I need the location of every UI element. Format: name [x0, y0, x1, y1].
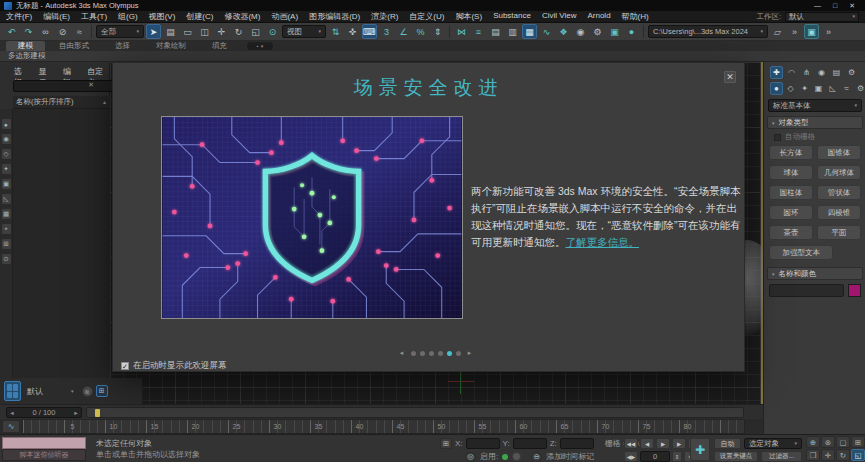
- ribbon-tab-modeling[interactable]: 建模: [6, 41, 45, 51]
- add-time-tag-label[interactable]: 添加时间标记: [546, 451, 594, 462]
- toggle-ribbon-icon[interactable]: ▦: [522, 24, 537, 39]
- create-space-warps-icon[interactable]: ≈: [840, 82, 853, 95]
- save-scene-icon[interactable]: ▣: [804, 24, 819, 39]
- mirror-icon[interactable]: ⋈: [454, 24, 469, 39]
- zoom-extents-icon[interactable]: ▢: [836, 436, 850, 448]
- redo-icon[interactable]: ↷: [21, 24, 36, 39]
- torus-button[interactable]: 圆环: [769, 205, 813, 220]
- select-and-place-icon[interactable]: ⊙: [265, 24, 280, 39]
- rectangular-selection-region-icon[interactable]: ▭: [180, 24, 195, 39]
- use-pivot-point-center-icon[interactable]: ⇅: [328, 24, 343, 39]
- create-shapes-icon[interactable]: ◇: [784, 82, 797, 95]
- menu-help[interactable]: 帮助(H): [622, 11, 649, 22]
- menu-animation[interactable]: 动画(A): [271, 11, 298, 22]
- window-crossing-icon[interactable]: ◫: [197, 24, 212, 39]
- zoom-all-icon[interactable]: ⊛: [821, 436, 835, 448]
- pan-view-icon[interactable]: ✛: [821, 449, 835, 461]
- select-and-move-icon[interactable]: ✛: [214, 24, 229, 39]
- menu-edit[interactable]: 编辑(E): [43, 11, 70, 22]
- tab-create-icon[interactable]: ✚: [770, 66, 783, 79]
- filter-cameras-icon[interactable]: ▣: [1, 178, 12, 190]
- macro-recorder-line[interactable]: [2, 437, 86, 449]
- object-color-swatch[interactable]: [848, 284, 861, 297]
- filter-xrefs-icon[interactable]: ⊙: [1, 253, 12, 265]
- next-frame-icon[interactable]: ▶: [672, 438, 686, 449]
- workspace-selector[interactable]: 工作区: 默认▾: [756, 12, 859, 22]
- absolute-mode-toggle-icon[interactable]: ⊞: [440, 438, 452, 449]
- asset-library-icon[interactable]: ▱: [770, 24, 785, 39]
- ribbon-tab-object-paint[interactable]: 对象绘制: [144, 41, 198, 51]
- cone-button[interactable]: 圆锥体: [817, 145, 861, 160]
- geosphere-button[interactable]: 几何球体: [817, 165, 861, 180]
- menu-create[interactable]: 创建(C): [186, 11, 213, 22]
- curve-editor-icon[interactable]: ∿: [539, 24, 554, 39]
- filter-shapes-icon[interactable]: ◇: [1, 148, 12, 160]
- previous-frame-arrow-icon[interactable]: ◄: [7, 410, 17, 416]
- menu-file[interactable]: 文件(F): [6, 11, 32, 22]
- mini-curve-editor-button[interactable]: ∿: [2, 420, 20, 433]
- pager-dot-3[interactable]: [429, 351, 434, 356]
- close-button[interactable]: ✕: [849, 2, 855, 10]
- previous-frame-icon[interactable]: ◀: [640, 438, 654, 449]
- align-icon[interactable]: ≡: [471, 24, 486, 39]
- menu-civil-view[interactable]: Civil View: [542, 11, 577, 22]
- tab-modify-icon[interactable]: ◠: [785, 66, 798, 79]
- layers-cylinder-icon[interactable]: ≋: [82, 386, 93, 397]
- create-lights-icon[interactable]: ✦: [798, 82, 811, 95]
- set-key-button[interactable]: 设置关键点: [714, 451, 758, 462]
- menu-group[interactable]: 组(G): [118, 11, 138, 22]
- tab-hierarchy-icon[interactable]: ⋔: [800, 66, 813, 79]
- pager-dot-1[interactable]: [411, 351, 416, 356]
- filter-display-all-icon[interactable]: ●: [1, 118, 12, 130]
- percent-snap-icon[interactable]: %: [413, 24, 428, 39]
- schematic-view-icon[interactable]: ❖: [556, 24, 571, 39]
- reference-coordinate-dropdown[interactable]: 视图▾: [282, 25, 326, 38]
- layout-preset-label[interactable]: 默认: [27, 386, 43, 397]
- spinner-snap-icon[interactable]: ⇕: [430, 24, 445, 39]
- angle-snap-icon[interactable]: ∠: [396, 24, 411, 39]
- menu-tools[interactable]: 工具(T): [81, 11, 107, 22]
- menu-views[interactable]: 视图(V): [149, 11, 176, 22]
- box-button[interactable]: 长方体: [769, 145, 813, 160]
- pager-dot-6[interactable]: [456, 351, 461, 356]
- bind-to-space-warp-icon[interactable]: ≈: [72, 24, 87, 39]
- tab-motion-icon[interactable]: ◉: [815, 66, 828, 79]
- pager-dot-2[interactable]: [420, 351, 425, 356]
- tab-utilities-icon[interactable]: ⚙: [845, 66, 858, 79]
- select-and-scale-icon[interactable]: ◱: [248, 24, 263, 39]
- undo-icon[interactable]: ↶: [4, 24, 19, 39]
- chevron-down-icon[interactable]: ▾: [71, 389, 74, 394]
- create-cameras-icon[interactable]: ▣: [812, 82, 825, 95]
- render-setup-icon[interactable]: ⚙: [590, 24, 605, 39]
- menu-substance[interactable]: Substance: [493, 11, 531, 22]
- object-name-field[interactable]: [769, 284, 844, 297]
- current-frame-field[interactable]: 0: [640, 451, 670, 462]
- offset-mode-icon[interactable]: ◎: [465, 452, 476, 462]
- select-and-manipulate-icon[interactable]: ✜: [345, 24, 360, 39]
- create-systems-icon[interactable]: ⚙: [854, 82, 865, 95]
- zoom-extents-all-icon[interactable]: ⊞: [851, 436, 865, 448]
- select-object-icon[interactable]: ➤: [146, 24, 161, 39]
- filter-bones-icon[interactable]: ⌖: [1, 223, 12, 235]
- ribbon-section-label[interactable]: 多边形建模: [8, 51, 46, 61]
- project-folder-dropdown[interactable]: C:\Users\ng\...3ds Max 2024▾: [648, 25, 768, 38]
- workspace-dropdown[interactable]: 默认▾: [785, 12, 859, 22]
- select-by-name-icon[interactable]: ▤: [163, 24, 178, 39]
- filter-lights-icon[interactable]: ✦: [1, 163, 12, 175]
- menu-customize[interactable]: 自定义(U): [409, 11, 444, 22]
- maxscript-mini-listener[interactable]: 脚本迷你侦听器: [2, 437, 86, 461]
- track-bar-ruler[interactable]: 5101520253035404550556065707580: [22, 419, 745, 434]
- keyboard-shortcut-override-icon[interactable]: ⌨: [362, 24, 377, 39]
- textplus-button[interactable]: 加强型文本: [769, 245, 833, 260]
- create-geometry-icon[interactable]: ●: [770, 82, 783, 95]
- clear-search-icon[interactable]: ✕: [88, 81, 94, 89]
- minimize-button[interactable]: —: [814, 2, 821, 10]
- name-and-color-rollout[interactable]: ▾名称和颜色: [767, 267, 863, 280]
- select-and-link-icon[interactable]: ∞: [38, 24, 53, 39]
- menu-rendering[interactable]: 渲染(R): [371, 11, 398, 22]
- far-overflow-chevron-icon[interactable]: »: [821, 24, 836, 39]
- pager-dot-4[interactable]: [438, 351, 443, 356]
- tab-display-icon[interactable]: ▤: [830, 66, 843, 79]
- listener-line[interactable]: 脚本迷你侦听器: [2, 449, 86, 461]
- menu-graph-editors[interactable]: 图形编辑器(D): [309, 11, 360, 22]
